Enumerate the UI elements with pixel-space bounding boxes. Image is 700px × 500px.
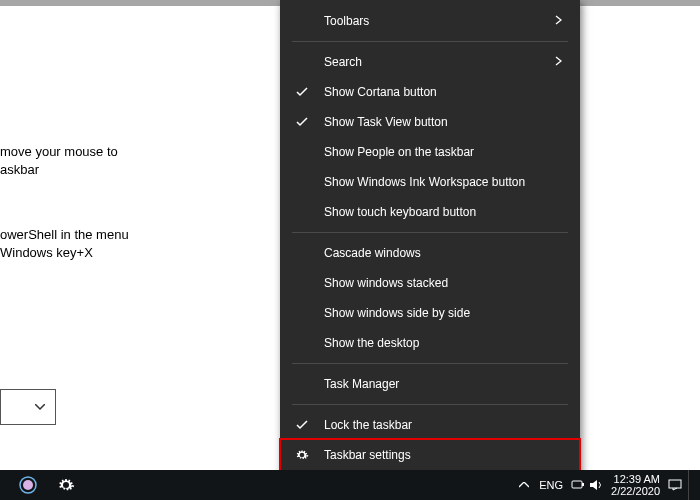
gear-icon <box>294 447 310 463</box>
menu-item-people[interactable]: Show People on the taskbar <box>280 137 580 167</box>
svg-point-1 <box>23 480 33 490</box>
checkmark-icon <box>294 114 310 130</box>
taskbar-context-menu: Toolbars Search Show Cortana button Show… <box>280 0 580 476</box>
date-text: 2/22/2020 <box>611 485 660 497</box>
menu-item-lock-taskbar[interactable]: Lock the taskbar <box>280 410 580 440</box>
menu-label: Show Task View button <box>324 115 448 129</box>
menu-item-show-desktop[interactable]: Show the desktop <box>280 328 580 358</box>
menu-label: Toolbars <box>324 14 369 28</box>
menu-separator <box>292 404 568 405</box>
chevron-right-icon <box>555 55 562 69</box>
menu-item-stacked[interactable]: Show windows stacked <box>280 268 580 298</box>
action-center-icon[interactable] <box>666 470 684 500</box>
menu-item-taskview[interactable]: Show Task View button <box>280 107 580 137</box>
chevron-right-icon <box>555 14 562 28</box>
menu-label: Show the desktop <box>324 336 419 350</box>
menu-label: Show touch keyboard button <box>324 205 476 219</box>
clock[interactable]: 12:39 AM 2/22/2020 <box>605 473 666 497</box>
chevron-down-icon <box>35 404 45 410</box>
language-indicator[interactable]: ENG <box>533 479 569 491</box>
settings-app-icon[interactable] <box>50 470 82 500</box>
menu-label: Task Manager <box>324 377 399 391</box>
time-text: 12:39 AM <box>611 473 660 485</box>
menu-separator <box>292 41 568 42</box>
menu-label: Show Cortana button <box>324 85 437 99</box>
menu-item-task-manager[interactable]: Task Manager <box>280 369 580 399</box>
svg-rect-2 <box>572 481 582 488</box>
volume-icon[interactable] <box>587 470 605 500</box>
menu-label: Lock the taskbar <box>324 418 412 432</box>
menu-separator <box>292 363 568 364</box>
menu-item-cascade[interactable]: Cascade windows <box>280 238 580 268</box>
menu-label: Show windows side by side <box>324 306 470 320</box>
menu-label: Search <box>324 55 362 69</box>
combobox-partial[interactable] <box>0 389 56 425</box>
background-text-block-2: owerShell in the menu Windows key+X <box>0 226 129 262</box>
menu-item-touch-keyboard[interactable]: Show touch keyboard button <box>280 197 580 227</box>
svg-rect-3 <box>582 483 584 486</box>
menu-item-taskbar-settings[interactable]: Taskbar settings <box>280 440 580 470</box>
svg-rect-4 <box>669 480 681 488</box>
menu-separator <box>292 232 568 233</box>
menu-item-cortana[interactable]: Show Cortana button <box>280 77 580 107</box>
network-icon[interactable] <box>569 470 587 500</box>
menu-item-side-by-side[interactable]: Show windows side by side <box>280 298 580 328</box>
background-text-block-1: move your mouse to askbar <box>0 143 118 179</box>
tray-chevron-up-icon[interactable] <box>515 470 533 500</box>
taskbar: ENG 12:39 AM 2/22/2020 <box>0 470 700 500</box>
checkmark-icon <box>294 417 310 433</box>
checkmark-icon <box>294 84 310 100</box>
menu-label: Show Windows Ink Workspace button <box>324 175 525 189</box>
menu-label: Cascade windows <box>324 246 421 260</box>
menu-item-search[interactable]: Search <box>280 47 580 77</box>
menu-label: Taskbar settings <box>324 448 411 462</box>
cortana-icon[interactable] <box>12 470 44 500</box>
menu-label: Show windows stacked <box>324 276 448 290</box>
menu-item-toolbars[interactable]: Toolbars <box>280 6 580 36</box>
menu-label: Show People on the taskbar <box>324 145 474 159</box>
show-desktop-button[interactable] <box>688 470 694 500</box>
menu-item-ink[interactable]: Show Windows Ink Workspace button <box>280 167 580 197</box>
